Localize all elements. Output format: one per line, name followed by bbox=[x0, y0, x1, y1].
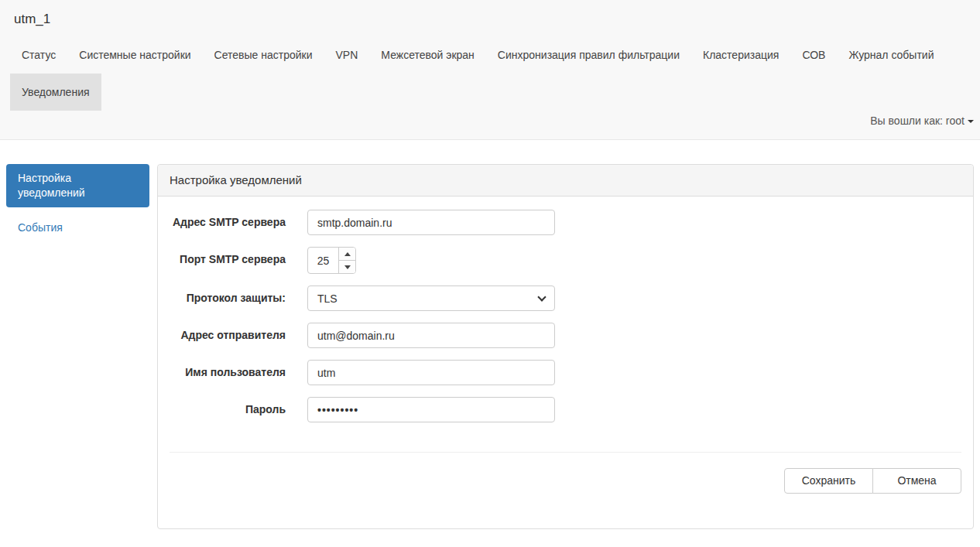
smtp-port-label: Порт SMTP сервера bbox=[170, 247, 286, 267]
panel-body: Адрес SMTP сервера Порт SMTP сервера 25 bbox=[158, 197, 973, 517]
password-label: Пароль bbox=[170, 397, 286, 417]
caret-down-icon bbox=[968, 120, 974, 123]
tab-vpn[interactable]: VPN bbox=[324, 36, 370, 74]
save-button[interactable]: Сохранить bbox=[784, 468, 873, 494]
notification-settings-panel: Настройка уведомлений Адрес SMTP сервера… bbox=[157, 164, 974, 529]
tab-clustering[interactable]: Кластеризация bbox=[691, 36, 790, 74]
sender-address-label: Адрес отправителя bbox=[170, 323, 286, 343]
sidebar-item-notification-settings[interactable]: Настройка уведомлений bbox=[6, 164, 149, 207]
username-label: Имя пользователя bbox=[170, 360, 286, 380]
form-row-username: Имя пользователя bbox=[170, 360, 961, 385]
tab-network-settings[interactable]: Сетевые настройки bbox=[203, 36, 324, 74]
content-area: Настройка уведомлений События Настройка … bbox=[0, 140, 980, 529]
arrow-up-icon bbox=[344, 252, 351, 256]
username-input[interactable] bbox=[307, 360, 555, 385]
sidebar-item-events[interactable]: События bbox=[6, 214, 149, 242]
cancel-button[interactable]: Отмена bbox=[872, 468, 961, 494]
tab-filter-rules-sync[interactable]: Синхронизация правил фильтрации bbox=[486, 36, 691, 74]
protocol-selected-value: TLS bbox=[317, 292, 338, 305]
tab-firewall[interactable]: Межсетевой экран bbox=[369, 36, 486, 74]
arrow-down-icon bbox=[344, 265, 351, 269]
panel-title: Настройка уведомлений bbox=[158, 165, 973, 197]
tab-notifications[interactable]: Уведомления bbox=[10, 74, 101, 111]
smtp-port-value: 25 bbox=[308, 248, 338, 273]
form-row-password: Пароль bbox=[170, 397, 961, 422]
spin-down-button[interactable] bbox=[339, 261, 355, 273]
smtp-address-label: Адрес SMTP сервера bbox=[170, 210, 286, 230]
chevron-down-icon bbox=[537, 292, 546, 301]
tab-ids[interactable]: СОВ bbox=[790, 36, 837, 74]
main-nav: Статус Системные настройки Сетевые настр… bbox=[0, 36, 980, 111]
form-row-smtp-port: Порт SMTP сервера 25 bbox=[170, 247, 961, 274]
protocol-select[interactable]: TLS bbox=[307, 285, 555, 311]
tab-status[interactable]: Статус bbox=[10, 36, 67, 74]
sidebar: Настройка уведомлений События bbox=[6, 164, 149, 242]
top-header: utm_1 Статус Системные настройки Сетевые… bbox=[0, 0, 980, 140]
protocol-label: Протокол защиты: bbox=[170, 285, 286, 306]
user-menu[interactable]: Вы вошли как: root bbox=[0, 111, 980, 139]
tab-event-log[interactable]: Журнал событий bbox=[837, 36, 945, 74]
page: utm_1 Статус Системные настройки Сетевые… bbox=[0, 0, 980, 529]
tab-system-settings[interactable]: Системные настройки bbox=[67, 36, 202, 74]
user-menu-label: Вы вошли как: root bbox=[870, 115, 965, 127]
form-row-protocol: Протокол защиты: TLS bbox=[170, 285, 961, 311]
divider bbox=[170, 452, 961, 453]
smtp-address-input[interactable] bbox=[307, 210, 555, 235]
button-row: Сохранить Отмена bbox=[170, 468, 961, 494]
app-title: utm_1 bbox=[0, 10, 980, 27]
form-row-sender: Адрес отправителя bbox=[170, 323, 961, 348]
sender-address-input[interactable] bbox=[307, 323, 555, 348]
smtp-port-spinner bbox=[338, 248, 355, 273]
form-row-smtp-address: Адрес SMTP сервера bbox=[170, 210, 961, 235]
password-input[interactable] bbox=[307, 397, 555, 422]
spin-up-button[interactable] bbox=[339, 248, 355, 261]
smtp-port-input[interactable]: 25 bbox=[307, 247, 356, 274]
